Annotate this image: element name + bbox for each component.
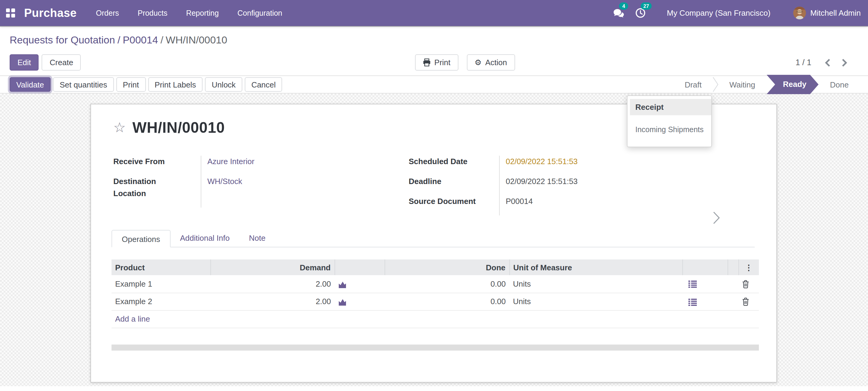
destination-location-link[interactable]: WH/Stock — [207, 177, 242, 186]
favorite-star-icon[interactable]: ☆ — [113, 121, 126, 135]
field-scheduled-date: Scheduled Date 02/09/2022 15:51:53 — [409, 156, 687, 175]
col-header-demand[interactable]: Demand — [210, 259, 335, 275]
area-chart-icon — [338, 281, 347, 288]
print-labels-button[interactable]: Print Labels — [148, 77, 203, 92]
app-name[interactable]: Purchase — [24, 6, 76, 20]
cell-product[interactable]: Example 1 — [112, 275, 210, 292]
avatar — [793, 7, 806, 19]
table-row[interactable]: Example 2 2.00 0.00 Units — [112, 292, 759, 310]
list-icon — [688, 281, 697, 288]
tab-additional-info[interactable]: Additional Info — [170, 229, 239, 247]
field-group-left: Receive From Azure Interior Destination … — [113, 156, 409, 216]
breadcrumb-link-requests[interactable]: Requests for Quotation — [10, 34, 115, 46]
field-deadline: Deadline 02/09/2022 15:51:53 — [409, 175, 687, 196]
cell-done[interactable]: 0.00 — [384, 292, 509, 310]
activities-button[interactable]: 27 — [629, 0, 651, 26]
set-quantities-button[interactable]: Set quantities — [53, 77, 114, 92]
status-done[interactable]: Done — [820, 80, 859, 89]
action-button[interactable]: ⚙ Action — [467, 54, 515, 71]
col-header-uom[interactable]: Unit of Measure — [509, 259, 682, 275]
company-switcher[interactable]: My Company (San Francisco) — [667, 8, 770, 18]
notebook-tabs: Operations Additional Info Note — [112, 229, 755, 247]
field-destination-location: Destination Location WH/Stock — [113, 175, 409, 207]
record-title: WH/IN/00010 — [132, 119, 225, 136]
detailed-operations-button[interactable] — [688, 281, 697, 288]
pager-previous-button[interactable] — [824, 57, 832, 68]
cell-uom[interactable]: Units — [509, 275, 682, 292]
breadcrumb: Requests for Quotation/P00014/WH/IN/0001… — [10, 26, 858, 50]
pager-next-button[interactable] — [840, 57, 849, 68]
col-header-done[interactable]: Done — [384, 259, 509, 275]
status-waiting[interactable]: Waiting — [719, 80, 766, 89]
delete-row-button[interactable] — [742, 280, 749, 288]
cell-uom[interactable]: Units — [509, 292, 682, 310]
action-label: Action — [485, 58, 507, 67]
apps-grid-icon — [6, 8, 15, 18]
breadcrumb-link-p00014[interactable]: P00014 — [123, 34, 158, 46]
dropdown-item-incoming-shipments[interactable]: Incoming Shipments — [627, 125, 711, 134]
area-chart-icon — [338, 298, 347, 306]
chevron-left-icon — [825, 58, 831, 67]
print-button[interactable]: Print — [415, 54, 458, 71]
table-row[interactable]: Example 1 2.00 0.00 Units — [112, 275, 759, 292]
pager: 1 / 1 — [795, 57, 849, 68]
status-draft[interactable]: Draft — [675, 80, 712, 89]
forecast-report-button[interactable] — [338, 281, 347, 288]
breadcrumb-separator: / — [118, 34, 120, 46]
apps-menu-button[interactable] — [0, 0, 21, 26]
pager-value: 1 / 1 — [795, 58, 811, 67]
operations-table: Product Demand Done Unit of Measure ⋮ — [112, 259, 759, 328]
cell-demand[interactable]: 2.00 — [210, 275, 335, 292]
trash-icon — [742, 280, 749, 288]
status-pipeline: Draft Waiting Ready Done — [675, 75, 859, 94]
picking-type-dropdown: Receipt Incoming Shipments — [627, 95, 712, 147]
tab-operations[interactable]: Operations — [112, 230, 170, 247]
menu-configuration[interactable]: Configuration — [238, 9, 282, 17]
messages-button[interactable]: 4 — [608, 0, 629, 26]
top-navbar: Purchase Orders Products Reporting Confi… — [0, 0, 868, 26]
cell-product[interactable]: Example 2 — [112, 292, 210, 310]
kebab-icon: ⋮ — [742, 263, 755, 272]
list-icon — [688, 298, 697, 306]
horizontal-scrollbar[interactable] — [112, 344, 759, 351]
add-a-line-link[interactable]: Add a line — [115, 314, 150, 324]
edit-button[interactable]: Edit — [10, 54, 39, 71]
field-groups: Receive From Azure Interior Destination … — [113, 156, 776, 216]
control-panel: Requests for Quotation/P00014/WH/IN/0001… — [0, 26, 868, 76]
deadline-value: 02/09/2022 15:51:53 — [499, 175, 687, 196]
dropdown-item-receipt[interactable]: Receipt — [630, 99, 711, 115]
status-ready-active[interactable]: Ready — [767, 75, 818, 94]
add-line-row: Add a line — [112, 310, 759, 328]
forecast-report-button[interactable] — [338, 298, 347, 306]
tab-note[interactable]: Note — [239, 229, 275, 247]
cell-done[interactable]: 0.00 — [384, 275, 509, 292]
field-source-document: Source Document P00014 — [409, 196, 687, 216]
print-report-button[interactable]: Print — [116, 77, 146, 92]
menu-reporting[interactable]: Reporting — [186, 9, 218, 17]
print-action-buttons: Print ⚙ Action — [415, 54, 515, 71]
create-button[interactable]: Create — [42, 54, 81, 71]
field-label: Destination Location — [113, 175, 201, 207]
navbar-left: Purchase Orders Products Reporting Confi… — [0, 0, 282, 26]
cancel-button[interactable]: Cancel — [245, 77, 282, 92]
menu-orders[interactable]: Orders — [96, 9, 119, 17]
gear-icon: ⚙ — [475, 58, 482, 66]
cell-demand[interactable]: 2.00 — [210, 292, 335, 310]
field-label: Source Document — [409, 196, 499, 216]
optional-columns-button[interactable]: ⋮ — [738, 259, 759, 275]
unlock-button[interactable]: Unlock — [205, 77, 242, 92]
menu-products[interactable]: Products — [138, 9, 167, 17]
detailed-operations-button[interactable] — [688, 298, 697, 306]
delete-row-button[interactable] — [742, 298, 749, 306]
chevron-right-icon — [712, 211, 720, 224]
field-label: Scheduled Date — [409, 156, 499, 175]
activities-badge: 27 — [641, 2, 651, 10]
receive-from-link[interactable]: Azure Interior — [207, 157, 254, 166]
user-menu[interactable]: Mitchell Admin — [793, 7, 861, 19]
col-header-detailed-ops — [682, 259, 727, 275]
validate-button[interactable]: Validate — [10, 77, 51, 92]
statusbar-buttons: Validate Set quantities Print Print Labe… — [10, 77, 282, 92]
chevron-right-icon — [841, 58, 847, 67]
statusbar: Validate Set quantities Print Print Labe… — [0, 76, 868, 93]
col-header-product[interactable]: Product — [112, 259, 210, 275]
